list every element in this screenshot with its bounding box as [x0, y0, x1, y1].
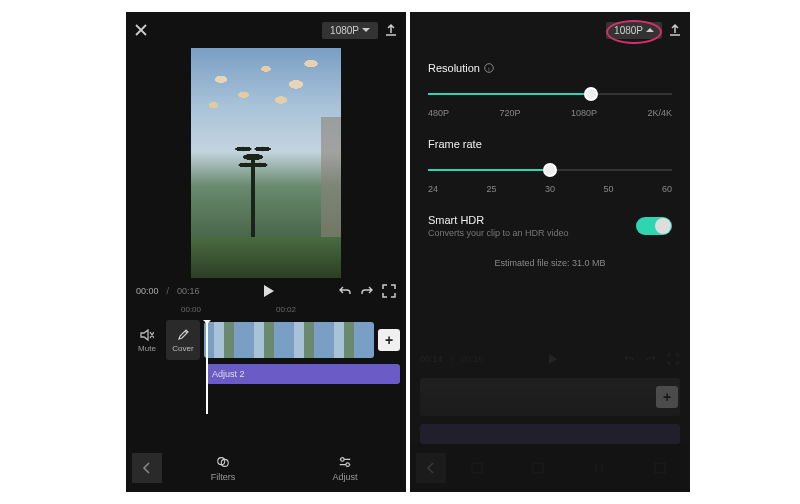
filters-icon [216, 455, 230, 469]
timeline-ruler[interactable]: 00:00 00:02 [126, 304, 406, 318]
svg-rect-8 [655, 463, 665, 473]
file-size-estimate: Estimated file size: 31.0 MB [428, 258, 672, 268]
timeline-row: Mute Cover + [126, 318, 406, 362]
playbar: 00:00 / 00:16 [126, 278, 406, 304]
resolution-row: Resolution i 480P720P1080P2K/4K [428, 62, 672, 118]
tab-item [568, 461, 629, 475]
cover-label: Cover [172, 344, 193, 353]
framerate-row: Frame rate 2425305060 [428, 138, 672, 194]
resolution-heading: Resolution [428, 62, 480, 74]
tab-adjust[interactable]: Adjust [284, 455, 406, 482]
ruler-tick: 00:02 [276, 305, 296, 314]
undo-icon[interactable] [338, 284, 352, 298]
time-duration: 00:16 [461, 354, 484, 364]
slider-tick: 24 [428, 184, 438, 194]
adjust-track [420, 424, 680, 444]
close-icon[interactable] [134, 23, 148, 37]
ruler-tick: 00:00 [181, 305, 201, 314]
slider-tick: 2K/4K [647, 108, 672, 118]
hdr-description: Converts your clip to an HDR video [428, 228, 569, 238]
play-icon [546, 352, 560, 366]
export-icon[interactable] [668, 23, 682, 37]
resolution-button[interactable]: 1080P [606, 22, 662, 39]
video-clip: + [420, 378, 680, 416]
time-current: 00:14 [420, 354, 443, 364]
svg-point-2 [341, 457, 345, 461]
hdr-heading: Smart HDR [428, 214, 484, 226]
redo-icon[interactable] [360, 284, 374, 298]
export-settings: Resolution i 480P720P1080P2K/4K Frame ra… [410, 48, 690, 268]
tab-label: Filters [211, 472, 236, 482]
time-duration: 00:16 [177, 286, 200, 296]
bottom-bar: Filters Adjust [126, 444, 406, 492]
slider-tick: 50 [603, 184, 613, 194]
undo-icon [622, 352, 636, 366]
time-current: 00:00 [136, 286, 159, 296]
header: 1080P [410, 12, 690, 48]
svg-point-3 [346, 462, 350, 466]
export-panel-screen: 1080P Resolution i 480P720P1080P2K/4K Fr… [410, 12, 690, 492]
back-button[interactable] [132, 453, 162, 483]
mute-label: Mute [138, 344, 156, 353]
slider-tick: 60 [662, 184, 672, 194]
bottom-bar [410, 444, 690, 492]
dimmed-timeline: 00:14 / 00:16 + [410, 348, 690, 444]
playhead[interactable] [206, 322, 208, 414]
video-preview[interactable] [191, 48, 341, 278]
resolution-label: 1080P [330, 25, 359, 36]
editor-screen: 1080P 00:00 / 00:16 00:00 00:02 [126, 12, 406, 492]
adjust-clip-label: Adjust 2 [212, 369, 245, 379]
pencil-icon [176, 328, 190, 342]
video-clip[interactable] [204, 322, 374, 358]
hdr-toggle[interactable] [636, 217, 672, 235]
mute-button[interactable]: Mute [132, 328, 162, 353]
svg-rect-6 [472, 463, 482, 473]
chevron-down-icon [362, 27, 370, 33]
header: 1080P [126, 12, 406, 48]
tab-item [629, 461, 690, 475]
cover-button[interactable]: Cover [166, 320, 200, 360]
hdr-row: Smart HDR Converts your clip to an HDR v… [428, 214, 672, 238]
fullscreen-icon[interactable] [382, 284, 396, 298]
svg-rect-7 [533, 463, 543, 473]
tab-item [446, 461, 507, 475]
back-button [416, 453, 446, 483]
export-icon[interactable] [384, 23, 398, 37]
tab-label: Adjust [332, 472, 357, 482]
slider-tick: 1080P [571, 108, 597, 118]
tab-filters[interactable]: Filters [162, 455, 284, 482]
resolution-label: 1080P [614, 25, 643, 36]
redo-icon [644, 352, 658, 366]
chevron-up-icon [646, 27, 654, 33]
fullscreen-icon [666, 352, 680, 366]
adjust-track[interactable]: Adjust 2 [206, 364, 400, 384]
add-clip-button[interactable]: + [378, 329, 400, 351]
info-icon[interactable]: i [484, 63, 494, 73]
resolution-slider[interactable] [428, 84, 672, 104]
slider-tick: 25 [486, 184, 496, 194]
adjust-icon [338, 455, 352, 469]
framerate-heading: Frame rate [428, 138, 482, 150]
resolution-button[interactable]: 1080P [322, 22, 378, 39]
slider-tick: 480P [428, 108, 449, 118]
svg-text:i: i [488, 66, 489, 72]
mute-icon [140, 328, 154, 342]
play-icon[interactable] [262, 284, 276, 298]
slider-tick: 720P [499, 108, 520, 118]
slider-tick: 30 [545, 184, 555, 194]
tab-item [507, 461, 568, 475]
framerate-slider[interactable] [428, 160, 672, 180]
add-clip-button: + [656, 386, 678, 408]
